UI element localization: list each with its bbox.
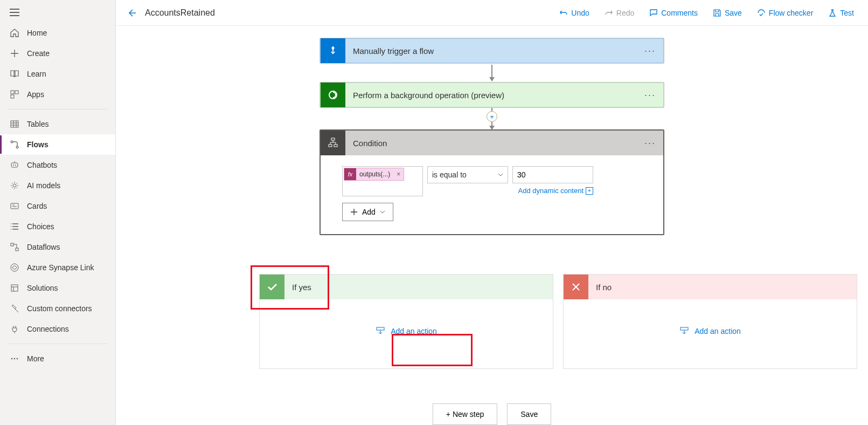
sidebar-item-label: Connections [27,325,69,333]
svg-point-8 [15,164,16,166]
branch-no[interactable]: If no Add an action [563,274,857,369]
save-flow-button[interactable]: Save [507,403,551,425]
save-icon [713,9,721,17]
connector-icon [10,304,19,313]
condition-left-input[interactable]: fx outputs(...) × [342,166,423,196]
flow-icon [10,140,19,149]
sidebar-item-more[interactable]: More [0,348,115,369]
svg-point-7 [13,164,14,166]
expression-token[interactable]: fx outputs(...) × [344,168,404,181]
svg-rect-20 [331,138,335,140]
svg-rect-23 [377,327,384,330]
solutions-icon [10,283,19,293]
home-icon [10,28,19,38]
svg-point-17 [17,358,18,360]
sidebar-item-label: Custom connectors [27,304,92,313]
insert-step-button[interactable]: + [487,111,497,122]
sidebar-item-connections[interactable]: Connections [0,319,115,339]
svg-point-13 [11,264,18,271]
condition-operator-select[interactable]: is equal to [427,166,508,183]
add-action-icon [679,326,689,336]
apps-icon [10,90,19,99]
sidebar-item-label: Tables [27,120,48,128]
sidebar-item-solutions[interactable]: Solutions [0,278,115,298]
book-icon [10,69,19,79]
sidebar-item-label: Chatbots [27,161,57,169]
undo-button[interactable]: Undo [554,5,594,20]
check-icon [260,275,284,299]
trigger-icon [321,38,345,63]
svg-rect-24 [680,327,688,330]
svg-rect-14 [11,285,18,291]
svg-rect-3 [11,121,18,127]
svg-point-5 [16,146,18,148]
sidebar-item-label: AI models [27,181,60,190]
bgop-label: Perform a background operation (preview) [345,91,637,100]
dynamic-content-icon: + [586,187,593,195]
hamburger-menu[interactable] [0,0,115,23]
branch-yes[interactable]: If yes Add an action [259,274,553,369]
trigger-card[interactable]: Manually trigger a flow ··· [320,38,664,64]
add-action-yes[interactable]: Add an action [376,326,437,336]
sidebar-item-cards[interactable]: Cards [0,196,115,216]
sidebar-item-home[interactable]: Home [0,23,115,43]
topbar: AccountsRetained Undo Redo Comments Save… [116,0,868,26]
chevron-down-icon [498,173,503,176]
list-icon [10,222,19,231]
add-condition-button[interactable]: Add [342,203,393,221]
connector-arrow [491,65,492,81]
sidebar-item-dataflows[interactable]: Dataflows [0,237,115,257]
bgop-card[interactable]: Perform a background operation (preview)… [320,82,664,108]
sidebar-item-label: Home [27,29,47,37]
sidebar-item-custom-connectors[interactable]: Custom connectors [0,298,115,319]
sidebar-item-label: Learn [27,70,46,78]
synapse-icon [10,263,19,272]
add-dynamic-content-link[interactable]: Add dynamic content + [512,187,593,195]
page-title: AccountsRetained [145,8,215,18]
new-step-button[interactable]: + New step [433,403,497,425]
sidebar-item-flows[interactable]: Flows [0,134,115,155]
sidebar-separator [8,109,108,109]
sidebar-item-label: Solutions [27,284,58,292]
flow-checker-button[interactable]: Flow checker [752,5,818,20]
svg-rect-1 [15,91,18,94]
checker-icon [757,9,766,17]
sidebar-item-label: Dataflows [27,243,60,251]
trigger-label: Manually trigger a flow [345,46,637,56]
back-button[interactable] [124,6,138,20]
flow-canvas[interactable]: Manually trigger a flow ··· Perform a ba… [116,26,868,425]
card-menu[interactable]: ··· [637,138,663,149]
sidebar-item-choices[interactable]: Choices [0,216,115,237]
more-icon [10,354,19,364]
save-button[interactable]: Save [707,5,747,20]
connector-arrow-plus: + [491,108,492,129]
card-menu[interactable]: ··· [637,45,663,57]
sidebar-item-synapse[interactable]: Azure Synapse Link [0,257,115,278]
add-action-no[interactable]: Add an action [679,326,741,336]
sidebar-item-label: Choices [27,222,54,231]
svg-rect-12 [16,248,18,251]
fx-icon: fx [344,168,356,180]
ai-icon [10,181,19,190]
sidebar-item-tables[interactable]: Tables [0,114,115,134]
sidebar-item-apps[interactable]: Apps [0,84,115,105]
branch-no-label: If no [588,283,619,292]
condition-right-input[interactable] [512,166,593,183]
comments-button[interactable]: Comments [644,5,703,20]
redo-button: Redo [599,5,640,20]
sidebar-item-create[interactable]: Create [0,43,115,64]
card-menu[interactable]: ··· [637,90,663,101]
svg-rect-0 [11,91,14,94]
sidebar-item-chatbots[interactable]: Chatbots [0,155,115,175]
sidebar-item-learn[interactable]: Learn [0,64,115,84]
svg-rect-2 [11,95,14,98]
chatbot-icon [10,160,19,170]
main: AccountsRetained Undo Redo Comments Save… [116,0,868,425]
plus-icon [10,49,19,58]
table-icon [10,119,19,129]
token-remove[interactable]: × [393,170,404,178]
sidebar-item-ai-models[interactable]: AI models [0,175,115,196]
test-button[interactable]: Test [823,5,859,20]
undo-icon [559,9,568,17]
condition-card[interactable]: Condition ··· fx outputs(...) × [320,129,664,235]
